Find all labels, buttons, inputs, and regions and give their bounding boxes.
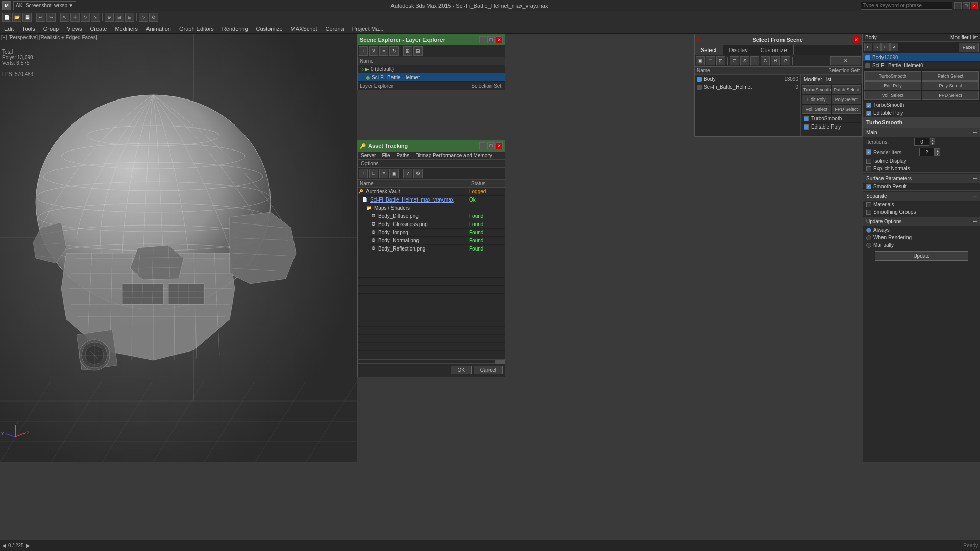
render-iters-value[interactable]: 2 [919, 148, 935, 156]
le-sort[interactable]: ≡ [379, 46, 388, 56]
le-delete-layer[interactable]: ✕ [369, 46, 378, 56]
list-item[interactable]: 🔑 Autodesk Vault Logged [358, 188, 505, 196]
snap3[interactable]: ⊟ [125, 13, 134, 22]
list-item[interactable]: Sci-Fi_Battle_Helmet 0 [695, 83, 800, 91]
smoothing-checkbox[interactable] [866, 210, 871, 215]
btn-poly-select[interactable]: Poly Select [922, 81, 979, 90]
at-menu-bitmap[interactable]: Bitmap Performance and Memory [412, 152, 495, 159]
at-menu-paths[interactable]: Paths [394, 152, 413, 159]
tab-display[interactable]: Display [723, 45, 754, 55]
menu-edit[interactable]: Edit [0, 23, 18, 33]
at-help[interactable]: ? [403, 169, 412, 178]
smooth-result-checkbox[interactable]: ✓ [866, 184, 871, 189]
render-settings[interactable]: ⚙ [149, 13, 158, 22]
open-button[interactable]: 📂 [12, 13, 21, 22]
at-tb3[interactable]: ≡ [379, 169, 388, 178]
at-options[interactable]: Options [358, 160, 505, 168]
render-iters-spinner[interactable]: 2 ▲ ▼ [919, 148, 940, 156]
scale-button[interactable]: ⤡ [91, 13, 100, 22]
btn-patch-select[interactable]: Patch Select [922, 71, 979, 81]
at-menu-server[interactable]: Server [358, 152, 379, 159]
menu-customize[interactable]: Customize [252, 23, 287, 33]
list-item[interactable]: ◆ Sci-Fi_Battle_Helmet [358, 73, 505, 82]
mod-patch-select[interactable]: Patch Select [832, 85, 862, 94]
list-item[interactable]: 🖼 Body_Reflection.png Found [370, 245, 505, 253]
at-scrollbar[interactable] [495, 360, 505, 364]
mod-poly-select[interactable]: Poly Select [832, 95, 862, 104]
btn-turbosmooth[interactable]: TurboSmooth [864, 71, 921, 81]
move-button[interactable]: ✛ [70, 13, 80, 22]
status-arrow-left[interactable]: ◀ [2, 543, 6, 548]
list-item[interactable]: 🖼 Body_Ior.png Found [370, 229, 505, 237]
list-item[interactable]: ◇ ▶ 0 (default) [358, 65, 505, 73]
btn-fpd-select[interactable]: FPD Select [922, 91, 979, 100]
st-filter6[interactable]: P [781, 56, 790, 65]
select-button[interactable]: ↖ [60, 13, 69, 22]
at-menu-file[interactable]: File [379, 152, 393, 159]
list-item[interactable]: ✓ Editable Poly [863, 109, 980, 117]
list-item[interactable]: Editable Poly [801, 123, 862, 131]
at-settings[interactable]: ⚙ [413, 169, 423, 178]
list-item[interactable]: 📁 Maps / Shaders [366, 204, 505, 212]
st-none[interactable]: □ [706, 56, 715, 65]
iterations-value[interactable]: 0 [914, 138, 929, 146]
workspace-dropdown[interactable]: AK_Screenshot_wrksp ▼ [13, 1, 76, 10]
btn-vol-select[interactable]: Vol. Select [864, 91, 921, 100]
tab-customize[interactable]: Customize [754, 45, 794, 55]
st-filter1[interactable]: G [730, 56, 739, 65]
save-button[interactable]: 💾 [22, 13, 32, 22]
when-rendering-radio[interactable] [866, 235, 871, 240]
render-iters-checkbox[interactable]: ✓ [866, 149, 871, 155]
mp-filter2[interactable]: S [873, 43, 881, 51]
at-close[interactable]: ✕ [496, 142, 503, 149]
at-ok-button[interactable]: OK [451, 366, 471, 374]
layer-explorer-maximize[interactable]: □ [487, 36, 495, 43]
menu-corona[interactable]: Corona [322, 23, 348, 33]
menu-tools[interactable]: Tools [18, 23, 39, 33]
update-button[interactable]: Update [875, 251, 968, 261]
at-tb1[interactable]: + [359, 169, 368, 178]
snap2[interactable]: ⊞ [115, 13, 124, 22]
menu-modifiers[interactable]: Modifiers [111, 23, 142, 33]
list-item[interactable]: 🖼 Body_Normal.png Found [370, 237, 505, 245]
st-filter5[interactable]: H [771, 56, 780, 65]
at-minimize[interactable]: ─ [479, 142, 486, 149]
st-invert[interactable]: ⊡ [716, 56, 725, 65]
list-item[interactable]: TurboSmooth [801, 115, 862, 123]
mod-checkbox[interactable] [804, 124, 809, 130]
close-button[interactable]: ✕ [971, 2, 978, 9]
iterations-up[interactable]: ▲ [930, 138, 935, 142]
list-item[interactable]: 📄 Sci-Fi_Battle_Helmet_max_vray.max Ok [362, 196, 505, 204]
search-input[interactable] [861, 2, 952, 10]
st-filter3[interactable]: L [750, 56, 760, 65]
st-filter2[interactable]: S [740, 56, 749, 65]
list-item[interactable]: Body 13090 [863, 54, 980, 62]
always-radio[interactable] [866, 228, 871, 233]
menu-views[interactable]: Views [63, 23, 86, 33]
st-close[interactable]: ✕ [830, 56, 861, 65]
iterations-down[interactable]: ▼ [930, 142, 935, 145]
materials-checkbox[interactable] [866, 202, 871, 207]
minimize-button[interactable]: ─ [954, 2, 962, 9]
menu-graph-editors[interactable]: Graph Editors [175, 23, 218, 33]
mod-vol-select[interactable]: Vol. Select [802, 105, 831, 114]
at-tb2[interactable]: □ [369, 169, 378, 178]
mp-filter4[interactable]: A [890, 43, 898, 51]
undo-button[interactable]: ↩ [36, 13, 45, 22]
mp-filter3[interactable]: G [881, 43, 890, 51]
render-iters-down[interactable]: ▼ [935, 152, 940, 156]
redo-button[interactable]: ↪ [46, 13, 56, 22]
render-iters-up[interactable]: ▲ [935, 148, 940, 152]
le-refresh[interactable]: ↻ [389, 46, 399, 56]
menu-maxscript[interactable]: MAXScript [287, 23, 322, 33]
mp-main-header[interactable]: Main ─ [863, 128, 980, 137]
select-scene-close[interactable]: ✕ [853, 36, 860, 43]
mod-edit-poly[interactable]: Edit Poly [802, 95, 831, 104]
menu-create[interactable]: Create [86, 23, 111, 33]
restore-button[interactable]: □ [963, 2, 970, 9]
menu-group[interactable]: Group [39, 23, 63, 33]
at-tb4[interactable]: ▣ [389, 169, 399, 178]
status-arrow-right[interactable]: ▶ [26, 543, 30, 548]
menu-rendering[interactable]: Rendering [218, 23, 252, 33]
rotate-button[interactable]: ↻ [81, 13, 90, 22]
